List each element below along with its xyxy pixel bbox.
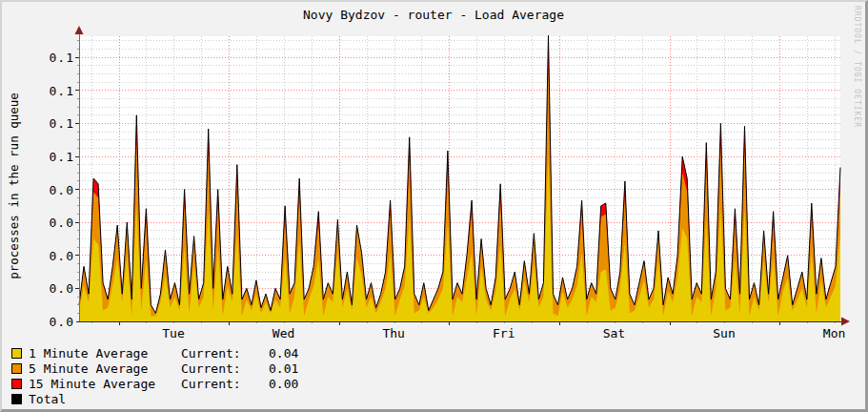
legend-swatch-icon	[11, 394, 22, 404]
y-tick-label: 0.1	[36, 52, 74, 64]
legend-current-label: Current:	[181, 377, 244, 391]
legend-row: 5 Minute AverageCurrent:0.01	[11, 360, 298, 376]
legend-label: 1 Minute Average	[29, 346, 181, 360]
legend-current-value: 0.04	[269, 346, 298, 360]
y-tick-label: 0.1	[36, 117, 74, 130]
legend-current-label: Current:	[181, 346, 244, 360]
y-tick-label: 0.0	[36, 282, 74, 295]
legend-label: 5 Minute Average	[29, 361, 181, 376]
x-axis-arrow-icon	[841, 318, 850, 326]
legend-swatch-icon	[11, 379, 22, 389]
x-tick-label-fri: Fri	[481, 327, 527, 340]
legend-row: 15 Minute AverageCurrent:0.00	[11, 376, 298, 391]
legend-swatch-icon	[11, 363, 22, 374]
x-tick-label-sat: Sat	[591, 327, 636, 340]
y-tick-label: 0.0	[36, 250, 74, 262]
legend-swatch-icon	[11, 348, 22, 359]
legend-row: Total	[11, 391, 298, 406]
rrdtool-graph: Novy Bydzov - router - Load Average proc…	[0, 0, 868, 412]
legend-current-value: 0.00	[269, 377, 298, 391]
y-tick-label: 0.0	[36, 216, 74, 229]
y-axis-arrow-icon	[75, 26, 84, 34]
legend-row: 1 Minute AverageCurrent:0.04	[11, 345, 298, 360]
x-tick-label-tue: Tue	[151, 327, 196, 340]
x-tick-label-sun: Sun	[701, 327, 747, 340]
legend-current-value: 0.01	[269, 361, 298, 376]
y-tick-label: 0.0	[36, 316, 74, 328]
y-tick-label: 0.1	[36, 85, 74, 97]
y-tick-label: 0.0	[36, 184, 74, 196]
x-tick-label-thu: Thu	[371, 327, 416, 340]
x-tick-label-wed: Wed	[261, 327, 307, 340]
legend-current-label: Current:	[181, 361, 244, 376]
legend: 1 Minute AverageCurrent:0.045 Minute Ave…	[11, 345, 298, 406]
x-tick-label-mon: Mon	[812, 327, 858, 340]
legend-label: 15 Minute Average	[29, 377, 181, 391]
legend-label: Total	[29, 392, 181, 406]
y-tick-label: 0.1	[36, 151, 74, 163]
